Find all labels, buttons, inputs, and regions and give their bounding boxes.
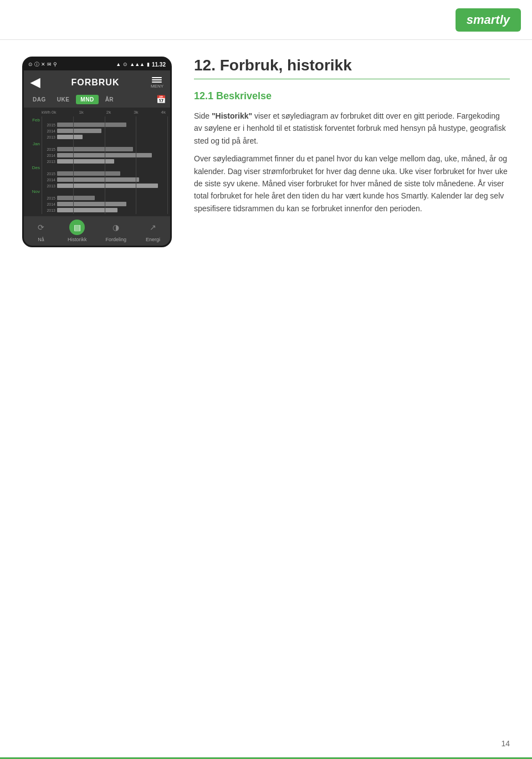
nov-2015-label: 2015 <box>42 196 57 200</box>
month-nov-label: Nov <box>24 189 42 194</box>
x-label-4k: 4k <box>161 110 166 115</box>
network-icon: ⊙ <box>123 62 127 67</box>
des-2013-label: 2013 <box>42 184 57 188</box>
nov-2014-bar <box>57 202 126 206</box>
nav-energi-label: Energi <box>146 237 160 242</box>
tab-bar: DAG UKE MND ÅR 📅 <box>24 95 170 108</box>
nov-2014-row: 2014 <box>42 201 168 207</box>
jan-bars-group: 2015 2014 2013 <box>42 141 168 164</box>
month-des-label-group: Des <box>24 164 42 187</box>
app-title: FORBRUK <box>71 78 119 88</box>
page-number: 14 <box>501 739 510 748</box>
bottom-nav: ⟳ Nå ▤ Historikk ◑ Fordeling ↗ Energi <box>24 216 170 246</box>
x-label-0k: 0k <box>52 110 56 115</box>
close-icon: ✕ <box>41 62 45 67</box>
mail-icon: ✉ <box>47 62 52 67</box>
month-feb-label: Feb <box>24 118 42 123</box>
title-divider <box>194 79 510 79</box>
chart-body: Feb Jan Des <box>24 116 168 214</box>
nov-2014-label: 2014 <box>42 202 57 206</box>
month-nov-label-group: Nov <box>24 188 42 211</box>
section-title-text: Forbruk, historikk <box>220 57 352 74</box>
nov-2013-bar <box>57 208 117 212</box>
tab-dag[interactable]: DAG <box>28 95 50 104</box>
nov-bars-group: 2015 2014 2013 <box>42 190 168 213</box>
historikk-bold: "Historikk" <box>212 111 252 120</box>
month-feb-label-group: Feb <box>24 116 42 139</box>
tab-ar[interactable]: ÅR <box>101 95 118 104</box>
app-header: ◀ FORBRUK MENY <box>24 70 170 95</box>
feb-2015-label: 2015 <box>42 123 57 127</box>
month-des-label: Des <box>24 165 42 170</box>
jan-2013-bar <box>57 159 114 164</box>
description-para-1: Side "Historikk" viser et søylediagram a… <box>194 110 510 147</box>
nav-historikk-label: Historikk <box>68 237 87 242</box>
signal-bars-icon: ▲▲▲ <box>130 62 145 67</box>
nov-2015-bar <box>57 196 95 200</box>
des-2015-bar <box>57 171 120 176</box>
nav-energi[interactable]: ↗ Energi <box>145 220 161 242</box>
des-2014-bar <box>57 177 139 182</box>
des-bars-group: 2015 2014 2013 <box>42 165 168 189</box>
feb-bars-group: 2015 2014 2013 <box>42 116 168 140</box>
battery-icon: ▮ <box>147 62 150 67</box>
x-label-1k: 1k <box>79 110 83 115</box>
jan-2014-row: 2014 <box>42 152 168 158</box>
menu-button[interactable]: MENY <box>151 77 163 89</box>
nav-fordeling[interactable]: ◑ Fordeling <box>105 220 126 242</box>
description-para-2: Over søylediagrammet finner du et panel … <box>194 152 510 215</box>
status-bar: ⊙ ⓘ ✕ ✉ ⚲ ▲ ⊙ ▲▲▲ ▮ 11.32 <box>24 58 170 70</box>
top-bar: smartly <box>0 0 532 40</box>
main-content: ⊙ ⓘ ✕ ✉ ⚲ ▲ ⊙ ▲▲▲ ▮ 11.32 ◀ FORBRUK <box>0 40 532 264</box>
x-labels: 0k 1k 2k 3k 4k <box>52 110 168 115</box>
feb-2014-row: 2014 <box>42 128 168 134</box>
nav-na[interactable]: ⟳ Nå <box>33 220 49 242</box>
feb-2015-bar <box>57 123 126 127</box>
month-jan-label-group: Jan <box>24 140 42 163</box>
subsection-title: 12.1 Beskrivelse <box>194 90 510 102</box>
jan-2013-label: 2013 <box>42 160 57 164</box>
description-text: Side "Historikk" viser et søylediagram a… <box>194 110 510 215</box>
status-time: 11.32 <box>152 62 166 68</box>
na-icon: ⟳ <box>33 220 49 235</box>
nov-2013-row: 2013 <box>42 207 168 213</box>
info-icon: ⓘ <box>34 61 39 68</box>
calendar-icon[interactable]: 📅 <box>156 95 166 104</box>
back-button[interactable]: ◀ <box>30 75 40 90</box>
nav-na-label: Nå <box>38 237 44 242</box>
feb-2014-label: 2014 <box>42 129 57 133</box>
nov-2015-row: 2015 <box>42 195 168 201</box>
menu-label: MENY <box>151 84 163 89</box>
status-icons: ⊙ ⓘ ✕ ✉ ⚲ <box>28 61 57 68</box>
des-2014-row: 2014 <box>42 177 168 182</box>
feb-2014-bar <box>57 129 101 133</box>
section-number: 12. <box>194 57 216 74</box>
x-axis-labels: kWh 0k 1k 2k 3k 4k <box>42 110 168 115</box>
feb-2013-bar <box>57 135 83 139</box>
jan-2015-label: 2015 <box>42 147 57 151</box>
tab-mnd[interactable]: MND <box>76 95 98 104</box>
feb-2013-row: 2013 <box>42 134 168 140</box>
jan-2013-row: 2013 <box>42 159 168 164</box>
month-jan-label: Jan <box>24 141 42 146</box>
tab-uke[interactable]: UKE <box>53 95 74 104</box>
nav-historikk[interactable]: ▤ Historikk <box>68 220 87 242</box>
jan-2014-bar <box>57 153 152 157</box>
right-content: 12. Forbruk, historikk 12.1 Beskrivelse … <box>194 57 510 247</box>
des-2013-row: 2013 <box>42 183 168 189</box>
signal-area: ▲ ⊙ ▲▲▲ ▮ 11.32 <box>116 62 166 68</box>
nav-fordeling-label: Fordeling <box>105 237 126 242</box>
fordeling-icon: ◑ <box>108 220 124 235</box>
y-axis: Feb Jan Des <box>24 116 42 214</box>
des-2015-label: 2015 <box>42 172 57 176</box>
x-label-2k: 2k <box>106 110 111 115</box>
jan-2014-label: 2014 <box>42 154 57 157</box>
des-2014-label: 2014 <box>42 178 57 182</box>
clock-icon: ⊙ <box>28 62 33 67</box>
smartly-logo: smartly <box>456 8 521 32</box>
jan-2015-row: 2015 <box>42 146 168 152</box>
bars-area: 2015 2014 2013 <box>42 116 168 214</box>
nov-2013-label: 2013 <box>42 208 57 212</box>
des-2015-row: 2015 <box>42 171 168 176</box>
pin-icon: ⚲ <box>53 62 57 67</box>
